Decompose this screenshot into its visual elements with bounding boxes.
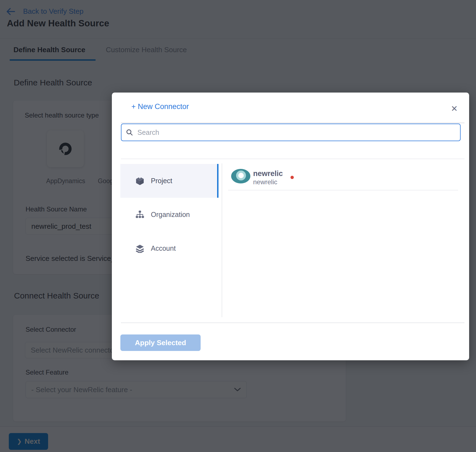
- scope-tab-account[interactable]: Account: [120, 231, 218, 265]
- scope-tab-account-label: Account: [151, 244, 176, 252]
- newrelic-logo-icon: [231, 169, 250, 183]
- scope-tab-project-label: Project: [151, 177, 172, 185]
- new-connector-link[interactable]: + New Connector: [131, 102, 189, 111]
- connector-status-dot: [290, 176, 294, 179]
- organization-icon: [135, 210, 144, 219]
- account-layers-icon: [135, 244, 144, 253]
- scope-list-divider: [222, 163, 222, 317]
- modal-footer-divider: [121, 323, 464, 323]
- connector-list-item-newrelic[interactable]: newrelic newrelic: [228, 165, 458, 190]
- apply-selected-button[interactable]: Apply Selected: [120, 334, 201, 351]
- modal-body-divider: [121, 159, 464, 159]
- connector-id: newrelic: [253, 178, 277, 186]
- apply-selected-label: Apply Selected: [135, 339, 186, 347]
- close-icon[interactable]: ✕: [448, 102, 460, 115]
- scope-tab-organization[interactable]: Organization: [120, 198, 218, 231]
- connector-search: [121, 124, 461, 141]
- search-icon: [126, 129, 133, 136]
- connector-name: newrelic: [253, 169, 283, 178]
- modal-header-divider: [121, 123, 464, 123]
- scope-tab-project[interactable]: Project: [120, 164, 218, 198]
- search-input[interactable]: [137, 128, 456, 137]
- connector-row-separator: [228, 190, 458, 190]
- project-cube-icon: [135, 177, 144, 185]
- connector-select-modal: + New Connector ✕ Project: [112, 93, 469, 360]
- scope-tab-organization-label: Organization: [151, 211, 190, 219]
